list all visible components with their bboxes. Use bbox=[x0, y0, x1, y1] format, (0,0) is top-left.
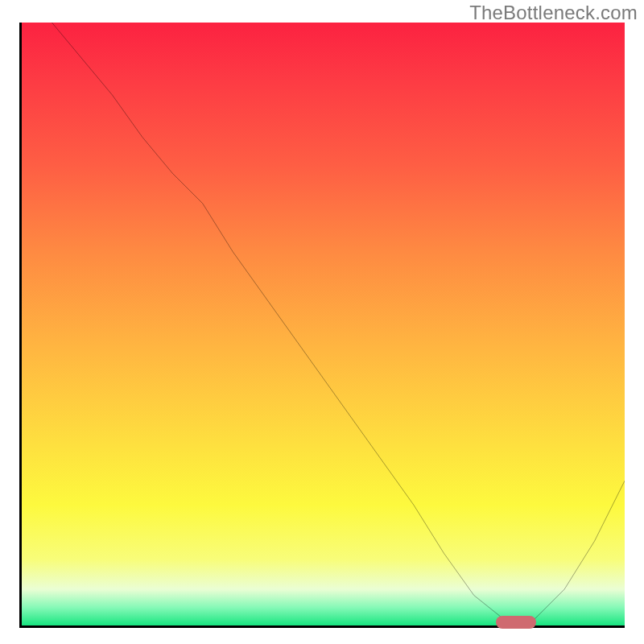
watermark-text: TheBottleneck.com bbox=[469, 2, 638, 24]
chart-container: TheBottleneck.com bbox=[0, 0, 644, 644]
plot-frame bbox=[19, 23, 625, 628]
curve-svg bbox=[22, 23, 625, 625]
optimal-point-marker bbox=[496, 616, 536, 629]
bottleneck-curve-path bbox=[52, 23, 625, 620]
